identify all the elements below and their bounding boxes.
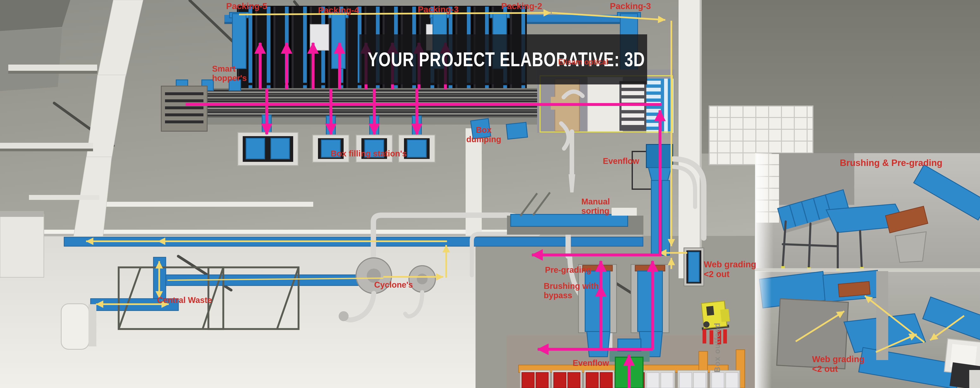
label-packing-4: Packing-4	[318, 5, 359, 15]
label-box-filling-stations: Box filling station's	[331, 149, 407, 158]
center-pillar	[466, 128, 482, 236]
infeed-slat	[165, 92, 204, 95]
bin-pair-white	[645, 370, 675, 388]
robot-slot	[706, 306, 714, 316]
label-cyclones: Cyclone's	[374, 280, 413, 289]
dock-post	[703, 329, 706, 343]
label-packing-3-left: Packing-3	[418, 5, 458, 14]
packing-column-5	[229, 13, 249, 69]
label-elisam-optical: Elisam optical	[558, 58, 608, 66]
grill-slat	[622, 106, 644, 110]
label-evenflow-top: Evenflow	[603, 156, 639, 166]
grill-slat	[622, 91, 644, 95]
bin-pair-red	[520, 370, 550, 388]
label-pre-grading: Pre-grading	[545, 265, 591, 275]
label-brushing-pre-grading: Brushing & Pre-grading	[840, 158, 942, 168]
bin-pair-white	[678, 370, 708, 388]
robot-arm	[720, 309, 730, 322]
label-packing-5: Packing-5	[226, 1, 267, 11]
sorting-deck	[511, 214, 628, 227]
inset-brushing-pregrading	[755, 153, 980, 271]
white-cabinet	[969, 370, 980, 388]
pallet	[612, 208, 637, 216]
label-packing-2: Packing-2	[501, 1, 542, 11]
waste-tank	[61, 304, 89, 349]
grill-slat	[622, 121, 644, 125]
shelf-arm	[29, 195, 99, 200]
label-brushing-with-bypass: Brushing with bypass	[544, 281, 599, 300]
grading-tank	[823, 270, 880, 302]
box-dump-unit	[506, 122, 528, 139]
shelf-shadow	[0, 148, 93, 151]
label-box-dumping: Box dumping	[465, 125, 503, 144]
infeed-slat	[165, 106, 204, 109]
infeed-slat	[165, 120, 204, 123]
infeed-slat	[165, 113, 204, 116]
label-web-grading-main: Web grading <2 out	[704, 260, 756, 279]
inset-vignette	[755, 271, 772, 388]
topleft-recess	[0, 28, 62, 91]
hopper-chute	[895, 232, 926, 262]
label-box-outfeed: Box outfeed	[713, 323, 722, 372]
grader-belt	[689, 252, 699, 282]
label-manual-sorting: Manual sorting	[581, 197, 610, 216]
bin-pair-red	[552, 370, 582, 388]
white-pillar	[679, 0, 701, 278]
plant-3d-render: YOUR PROJECT ELABORATIVE: 3D Packing-5 P…	[0, 0, 980, 388]
shelf-arm	[8, 65, 97, 71]
grill-slat	[622, 99, 644, 103]
bin-pair-red	[584, 370, 614, 388]
label-smart-hoppers: Smart hopper's	[212, 64, 247, 83]
inset-vignette	[755, 153, 774, 271]
dock-post	[723, 329, 727, 343]
storage-top	[0, 211, 44, 217]
label-central-waste: Central Waste	[157, 295, 212, 305]
inset-web-grading	[755, 268, 980, 388]
label-packing-3-right: Packing-3	[610, 1, 651, 11]
shelf-shadow	[8, 71, 97, 73]
shelf-edge	[93, 202, 313, 207]
grill-slat	[622, 113, 644, 118]
topleft-wall	[0, 0, 70, 31]
shelf-arm	[0, 143, 93, 148]
label-web-grading-inset: Web grading <2 out	[812, 354, 865, 374]
tank-panel	[89, 304, 96, 346]
bin-pair-white	[710, 370, 740, 388]
storage-block	[0, 214, 44, 277]
label-evenflow-bottom: Evenflow	[573, 358, 609, 368]
infeed-slat	[165, 99, 204, 102]
